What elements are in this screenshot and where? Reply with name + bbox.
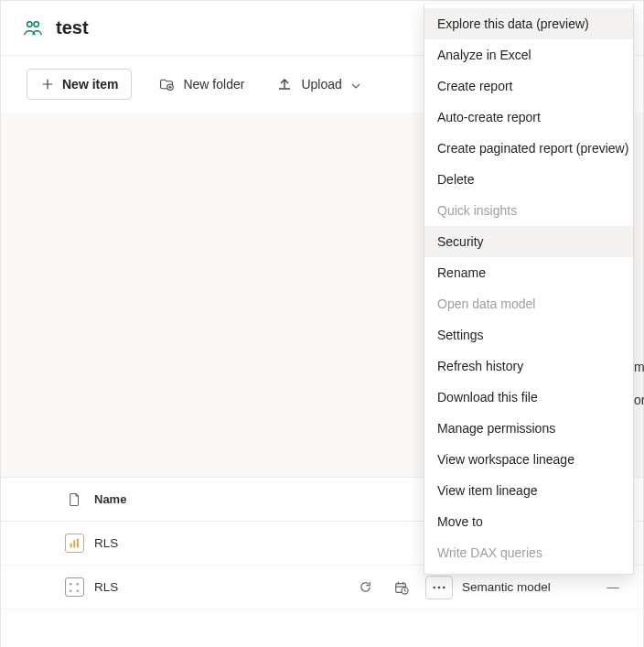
item-name[interactable]: RLS xyxy=(92,580,352,594)
upload-label: Upload xyxy=(301,77,341,92)
item-owner: — xyxy=(590,580,636,594)
menu-item[interactable]: Download this file xyxy=(424,382,633,413)
page-root: test New item New folder xyxy=(0,0,644,647)
bg-fragment: or xyxy=(634,393,644,407)
menu-item[interactable]: Refresh history xyxy=(424,350,633,382)
item-type: Semantic model xyxy=(462,580,590,594)
menu-item[interactable]: Rename xyxy=(424,257,633,288)
menu-item[interactable]: Manage permissions xyxy=(424,413,633,444)
menu-item[interactable]: View workspace lineage xyxy=(424,444,633,475)
menu-item[interactable]: View item lineage xyxy=(424,475,633,506)
menu-item: Quick insights xyxy=(424,195,633,226)
svg-rect-3 xyxy=(70,544,71,548)
column-name[interactable]: Name xyxy=(92,492,352,506)
menu-item[interactable]: Auto-create report xyxy=(424,102,633,133)
menu-item[interactable]: Settings xyxy=(424,319,633,350)
menu-item[interactable]: Create paginated report (preview) xyxy=(424,133,633,164)
menu-item: Write DAX queries xyxy=(424,537,633,568)
semantic-model-icon xyxy=(65,577,84,597)
svg-rect-4 xyxy=(73,540,75,547)
svg-point-6 xyxy=(70,583,71,585)
folder-plus-icon xyxy=(159,77,174,92)
svg-point-14 xyxy=(443,586,445,588)
svg-point-7 xyxy=(77,583,79,585)
new-folder-label: New folder xyxy=(183,77,244,92)
more-options-button[interactable] xyxy=(425,576,453,599)
svg-point-12 xyxy=(434,586,435,588)
report-icon xyxy=(65,534,84,553)
svg-point-8 xyxy=(70,589,71,591)
svg-point-9 xyxy=(77,589,79,591)
svg-point-13 xyxy=(438,586,440,588)
new-item-label: New item xyxy=(62,77,118,92)
plus-icon xyxy=(40,77,55,92)
schedule-refresh-button[interactable] xyxy=(389,575,414,600)
svg-point-1 xyxy=(34,21,38,27)
menu-item: Open data model xyxy=(424,288,633,319)
workspace-title: test xyxy=(56,17,89,38)
chevron-down-icon xyxy=(351,77,360,92)
context-menu: Explore this data (preview)Analyze in Ex… xyxy=(424,5,634,575)
new-item-button[interactable]: New item xyxy=(27,69,132,100)
svg-point-0 xyxy=(27,21,32,27)
new-folder-button[interactable]: New folder xyxy=(154,69,250,100)
item-name[interactable]: RLS xyxy=(92,536,352,550)
menu-item[interactable]: Analyze in Excel xyxy=(424,39,633,70)
refresh-button[interactable] xyxy=(352,575,378,600)
menu-item[interactable]: Move to xyxy=(424,506,633,537)
menu-item[interactable]: Security xyxy=(424,226,633,257)
type-column-icon[interactable] xyxy=(67,492,81,507)
bg-fragment: m xyxy=(634,360,644,374)
menu-item[interactable]: Explore this data (preview) xyxy=(424,8,633,39)
menu-item[interactable]: Create report xyxy=(424,70,633,102)
upload-icon xyxy=(277,77,292,92)
workspace-icon xyxy=(23,18,43,38)
svg-rect-5 xyxy=(76,539,78,548)
menu-item[interactable]: Delete xyxy=(424,164,633,195)
upload-button[interactable]: Upload xyxy=(272,69,365,100)
